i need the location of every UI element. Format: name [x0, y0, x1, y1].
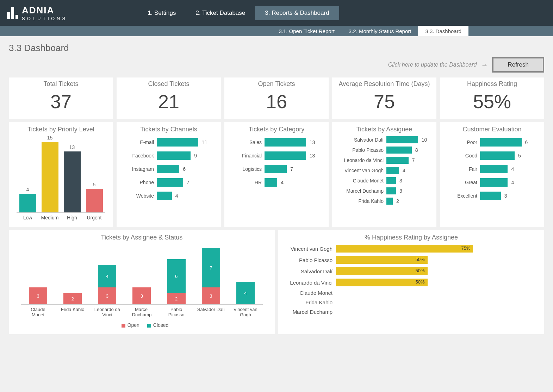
bar-row: Marcel Duchamp: [283, 309, 539, 315]
kpi-title: Happiness Rating: [440, 80, 544, 88]
bar-row: Vincent van Gogh75%: [283, 245, 539, 253]
bar-rect: [265, 178, 277, 187]
tab-ticket-database[interactable]: 2. Ticket Database: [186, 6, 255, 20]
bar-value: 7: [290, 166, 293, 172]
bar-track: 7: [386, 157, 431, 164]
bar-rect: [480, 138, 522, 147]
bar-rect: 75%: [336, 245, 473, 253]
chart-bars: E-mail11Facebook9Instagram6Phone7Website…: [122, 138, 216, 200]
chart-title: Tickets by Assignee: [337, 126, 431, 133]
bar-track: 3: [386, 177, 431, 184]
bar-value: 50%: [416, 268, 425, 273]
refresh-hint: Click here to update the Dashboard: [388, 62, 477, 68]
chart-happiness-assignee: % Happiness Rating by Assignee Vincent v…: [278, 230, 544, 334]
chart-assignee-status: Tickets by Assignee & Status 3234326374 …: [9, 230, 275, 334]
chart-title: % Happiness Rating by Assignee: [283, 234, 539, 241]
small-charts-row: Tickets by Priority Level 415135 LowMedi…: [9, 122, 544, 227]
category-label: Pablo Picasso: [283, 257, 336, 263]
category-label: Logistics: [229, 166, 265, 172]
legend-label-open: Open: [128, 322, 139, 328]
kpi-value: 75: [332, 91, 436, 112]
stack-column: 26: [167, 259, 186, 304]
stack-column: 2: [63, 293, 82, 304]
bar-rect: [480, 192, 501, 200]
bar-value: 8: [415, 147, 418, 153]
bar-value: 2: [396, 198, 399, 204]
chart-categories: Claude MonetFrida KahloLeonardo da Vinci…: [21, 307, 263, 317]
subtab-dashboard[interactable]: 3.3. Dashboard: [418, 26, 468, 36]
bar-row: Instagram6: [122, 165, 216, 173]
refresh-button[interactable]: Refresh: [492, 57, 544, 73]
stack-column: 37: [202, 248, 220, 304]
bar-rect: [265, 151, 306, 160]
category-label: Website: [122, 193, 157, 199]
stack-segment: 4: [98, 265, 116, 287]
bar-track: 50%: [336, 256, 539, 264]
kpi-value: 16: [224, 91, 329, 112]
bar-value: 50%: [416, 279, 425, 285]
logo-icon: [7, 7, 18, 19]
bar-rect: [157, 165, 179, 173]
bar-value: 4: [511, 180, 514, 185]
bar-value: 6: [525, 139, 528, 145]
subtab-monthly-status-report[interactable]: 3.2. Monthly Status Report: [342, 26, 418, 36]
bar: 15: [40, 135, 60, 212]
kpi-value: 55%: [440, 91, 544, 112]
kpi-value: 21: [117, 91, 221, 112]
bar-value: 11: [202, 139, 207, 145]
bar-track: 50%: [336, 267, 539, 275]
category-label: Poor: [445, 139, 480, 145]
bar-row: Facebook9: [122, 151, 216, 160]
bar-row: Claude Monet: [283, 290, 539, 296]
bar-track: 11: [157, 138, 216, 147]
bar-rect: 50%: [336, 279, 428, 286]
category-label: Marcel Duchamp: [337, 188, 386, 194]
subtab-open-ticket-report[interactable]: 3.1. Open Ticket Report: [272, 26, 341, 36]
bar-value: 75%: [461, 245, 470, 251]
category-label: Marcel Duchamp: [128, 307, 156, 317]
category-label: Leonardo da Vinci: [283, 280, 336, 286]
chart-bars: Vincent van Gogh75%Pablo Picasso50%Salva…: [283, 245, 539, 315]
tab-reports-dashboard[interactable]: 3. Reports & Dashboard: [255, 6, 339, 20]
bar-value: 13: [69, 144, 75, 150]
kpi-title: Closed Tickets: [117, 80, 221, 88]
bar-rect: [157, 192, 172, 200]
bar-rect: [386, 136, 418, 143]
bar-rect: [386, 167, 399, 174]
bar-track: 4: [386, 167, 431, 174]
bar-value: 6: [183, 166, 186, 172]
category-label: Urgent: [85, 215, 104, 220]
bar-value: 10: [422, 137, 427, 143]
category-label: Fair: [445, 166, 480, 172]
bar-row: HR4: [229, 178, 324, 187]
bar-track: 2: [386, 198, 431, 205]
category-label: Vincent van Gogh: [283, 246, 336, 252]
chart-priority: Tickets by Priority Level 415135 LowMedi…: [9, 122, 113, 227]
bar-track: 8: [386, 147, 431, 154]
tab-settings[interactable]: 1. Settings: [138, 6, 186, 20]
kpi-row: Total Tickets 37 Closed Tickets 21 Open …: [9, 77, 544, 119]
category-label: Low: [18, 215, 38, 220]
chart-title: Tickets by Priority Level: [14, 126, 108, 133]
bar-row: Excellent3: [445, 192, 539, 200]
bar-track: 5: [480, 151, 539, 160]
bar-value: 4: [281, 180, 284, 185]
chart-title: Tickets by Category: [229, 126, 324, 133]
bar: 4: [18, 187, 38, 212]
stack-segment: 7: [202, 248, 220, 287]
bar-rect: [157, 178, 183, 187]
bar-track: 4: [157, 192, 216, 200]
brand-sub: SOLUTIONS: [22, 16, 67, 21]
kpi-title: Average Resolution Time (Days): [332, 80, 436, 88]
chart-channels: Tickets by Channels E-mail11Facebook9Ins…: [117, 122, 221, 227]
sub-nav: 3.1. Open Ticket Report 3.2. Monthly Sta…: [0, 26, 553, 36]
bar-row: Frida Kahlo2: [337, 198, 431, 205]
category-label: Phone: [122, 180, 157, 185]
category-label: Sales: [229, 139, 265, 145]
main-nav: 1. Settings 2. Ticket Database 3. Report…: [138, 0, 339, 26]
bar-value: 13: [310, 139, 315, 145]
bar-track: 75%: [336, 245, 539, 253]
bar-rect: [157, 151, 191, 160]
bar: 13: [62, 144, 82, 212]
bar-rect: [386, 187, 396, 194]
